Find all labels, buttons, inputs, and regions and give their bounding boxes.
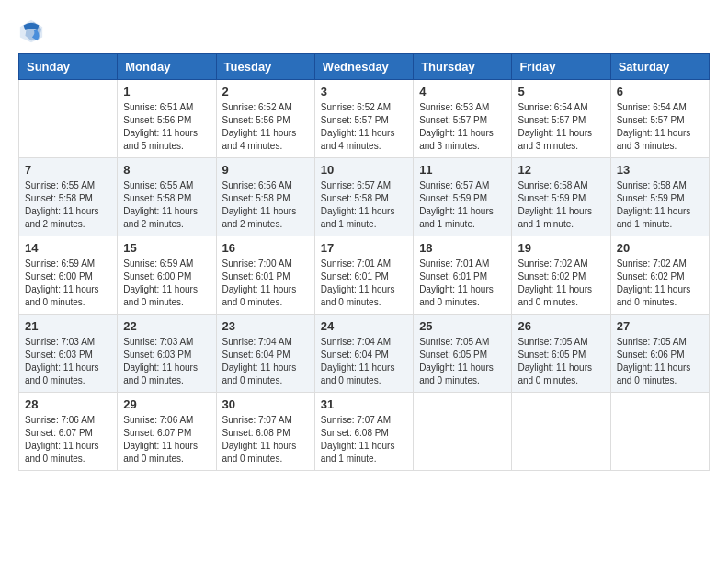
day-number: 5: [518, 85, 604, 98]
calendar-cell: 18Sunrise: 7:01 AMSunset: 6:01 PMDayligh…: [414, 236, 512, 315]
cell-content: Sunrise: 7:04 AMSunset: 6:04 PMDaylight:…: [321, 336, 407, 387]
calendar-cell: 17Sunrise: 7:01 AMSunset: 6:01 PMDayligh…: [314, 236, 413, 315]
calendar-cell: [19, 80, 118, 158]
cell-content: Sunrise: 7:01 AMSunset: 6:01 PMDaylight:…: [321, 258, 407, 309]
calendar-cell: 8Sunrise: 6:55 AMSunset: 5:58 PMDaylight…: [118, 158, 216, 236]
calendar-table: SundayMondayTuesdayWednesdayThursdayFrid…: [18, 53, 710, 471]
calendar-cell: 27Sunrise: 7:05 AMSunset: 6:06 PMDayligh…: [610, 315, 709, 393]
day-number: 4: [419, 85, 506, 98]
cell-content: Sunrise: 7:05 AMSunset: 6:05 PMDaylight:…: [419, 336, 506, 387]
cell-content: Sunrise: 7:03 AMSunset: 6:03 PMDaylight:…: [123, 336, 210, 387]
cell-content: Sunrise: 6:53 AMSunset: 5:57 PMDaylight:…: [419, 101, 506, 153]
col-header-saturday: Saturday: [610, 54, 709, 80]
calendar-cell: [610, 393, 709, 471]
calendar-cell: 20Sunrise: 7:02 AMSunset: 6:02 PMDayligh…: [610, 236, 709, 315]
day-number: 23: [222, 319, 309, 333]
col-header-tuesday: Tuesday: [216, 54, 314, 80]
day-number: 13: [617, 163, 703, 177]
day-number: 11: [419, 163, 506, 177]
cell-content: Sunrise: 7:06 AMSunset: 6:07 PMDaylight:…: [123, 414, 210, 465]
day-number: 3: [321, 85, 407, 98]
day-number: 21: [25, 319, 111, 333]
cell-content: Sunrise: 7:02 AMSunset: 6:02 PMDaylight:…: [518, 258, 604, 309]
day-number: 20: [617, 241, 703, 255]
cell-content: Sunrise: 6:54 AMSunset: 5:57 PMDaylight:…: [617, 101, 703, 153]
calendar-cell: 22Sunrise: 7:03 AMSunset: 6:03 PMDayligh…: [118, 315, 216, 393]
calendar-cell: 1Sunrise: 6:51 AMSunset: 5:56 PMDaylight…: [118, 80, 216, 158]
day-number: 12: [518, 163, 604, 177]
cell-content: Sunrise: 7:00 AMSunset: 6:01 PMDaylight:…: [222, 258, 309, 309]
calendar-cell: 4Sunrise: 6:53 AMSunset: 5:57 PMDaylight…: [414, 80, 512, 158]
calendar-cell: 23Sunrise: 7:04 AMSunset: 6:04 PMDayligh…: [216, 315, 314, 393]
calendar-cell: 25Sunrise: 7:05 AMSunset: 6:05 PMDayligh…: [414, 315, 512, 393]
calendar-cell: 10Sunrise: 6:57 AMSunset: 5:58 PMDayligh…: [314, 158, 413, 236]
day-number: 2: [222, 85, 309, 98]
calendar-cell: 26Sunrise: 7:05 AMSunset: 6:05 PMDayligh…: [512, 315, 610, 393]
day-number: 9: [222, 163, 309, 177]
calendar-cell: 31Sunrise: 7:07 AMSunset: 6:08 PMDayligh…: [314, 393, 413, 471]
cell-content: Sunrise: 6:58 AMSunset: 5:59 PMDaylight:…: [617, 179, 703, 231]
calendar-week-1: 1Sunrise: 6:51 AMSunset: 5:56 PMDaylight…: [19, 80, 710, 158]
cell-content: Sunrise: 6:57 AMSunset: 5:59 PMDaylight:…: [419, 179, 506, 231]
cell-content: Sunrise: 7:03 AMSunset: 6:03 PMDaylight:…: [25, 336, 111, 387]
day-number: 19: [518, 241, 604, 255]
calendar-week-3: 14Sunrise: 6:59 AMSunset: 6:00 PMDayligh…: [19, 236, 710, 315]
cell-content: Sunrise: 7:02 AMSunset: 6:02 PMDaylight:…: [617, 258, 703, 309]
day-number: 18: [419, 241, 506, 255]
calendar-header-row: SundayMondayTuesdayWednesdayThursdayFrid…: [19, 54, 710, 80]
day-number: 15: [123, 241, 210, 255]
cell-content: Sunrise: 6:59 AMSunset: 6:00 PMDaylight:…: [25, 258, 111, 309]
day-number: 26: [518, 319, 604, 333]
day-number: 8: [123, 163, 210, 177]
col-header-monday: Monday: [118, 54, 216, 80]
day-number: 29: [123, 397, 210, 411]
calendar-week-4: 21Sunrise: 7:03 AMSunset: 6:03 PMDayligh…: [19, 315, 710, 393]
day-number: 1: [123, 85, 210, 98]
calendar-cell: 5Sunrise: 6:54 AMSunset: 5:57 PMDaylight…: [512, 80, 610, 158]
calendar-cell: 9Sunrise: 6:56 AMSunset: 5:58 PMDaylight…: [216, 158, 314, 236]
cell-content: Sunrise: 6:56 AMSunset: 5:58 PMDaylight:…: [222, 179, 309, 231]
calendar-cell: 7Sunrise: 6:55 AMSunset: 5:58 PMDaylight…: [19, 158, 118, 236]
cell-content: Sunrise: 7:05 AMSunset: 6:06 PMDaylight:…: [617, 336, 703, 387]
cell-content: Sunrise: 7:05 AMSunset: 6:05 PMDaylight:…: [518, 336, 604, 387]
day-number: 10: [321, 163, 407, 177]
col-header-wednesday: Wednesday: [314, 54, 413, 80]
day-number: 16: [222, 241, 309, 255]
cell-content: Sunrise: 7:01 AMSunset: 6:01 PMDaylight:…: [419, 258, 506, 309]
calendar-cell: [414, 393, 512, 471]
col-header-thursday: Thursday: [414, 54, 512, 80]
cell-content: Sunrise: 7:04 AMSunset: 6:04 PMDaylight:…: [222, 336, 309, 387]
calendar-week-5: 28Sunrise: 7:06 AMSunset: 6:07 PMDayligh…: [19, 393, 710, 471]
cell-content: Sunrise: 6:55 AMSunset: 5:58 PMDaylight:…: [25, 179, 111, 231]
calendar-cell: 21Sunrise: 7:03 AMSunset: 6:03 PMDayligh…: [19, 315, 118, 393]
cell-content: Sunrise: 6:59 AMSunset: 6:00 PMDaylight:…: [123, 258, 210, 309]
calendar-cell: 19Sunrise: 7:02 AMSunset: 6:02 PMDayligh…: [512, 236, 610, 315]
cell-content: Sunrise: 6:54 AMSunset: 5:57 PMDaylight:…: [518, 101, 604, 153]
calendar-cell: 15Sunrise: 6:59 AMSunset: 6:00 PMDayligh…: [118, 236, 216, 315]
day-number: 31: [321, 397, 407, 411]
day-number: 30: [222, 397, 309, 411]
day-number: 14: [25, 241, 111, 255]
day-number: 6: [617, 85, 703, 98]
cell-content: Sunrise: 6:58 AMSunset: 5:59 PMDaylight:…: [518, 179, 604, 231]
col-header-sunday: Sunday: [19, 54, 118, 80]
col-header-friday: Friday: [512, 54, 610, 80]
calendar-cell: 28Sunrise: 7:06 AMSunset: 6:07 PMDayligh…: [19, 393, 118, 471]
day-number: 7: [25, 163, 111, 177]
cell-content: Sunrise: 6:57 AMSunset: 5:58 PMDaylight:…: [321, 179, 407, 231]
cell-content: Sunrise: 7:07 AMSunset: 6:08 PMDaylight:…: [222, 414, 309, 465]
cell-content: Sunrise: 7:07 AMSunset: 6:08 PMDaylight:…: [321, 414, 407, 465]
calendar-cell: 14Sunrise: 6:59 AMSunset: 6:00 PMDayligh…: [19, 236, 118, 315]
calendar-cell: 16Sunrise: 7:00 AMSunset: 6:01 PMDayligh…: [216, 236, 314, 315]
calendar-cell: 29Sunrise: 7:06 AMSunset: 6:07 PMDayligh…: [118, 393, 216, 471]
calendar-cell: 30Sunrise: 7:07 AMSunset: 6:08 PMDayligh…: [216, 393, 314, 471]
day-number: 28: [25, 397, 111, 411]
calendar-cell: 2Sunrise: 6:52 AMSunset: 5:56 PMDaylight…: [216, 80, 314, 158]
calendar-cell: 6Sunrise: 6:54 AMSunset: 5:57 PMDaylight…: [610, 80, 709, 158]
cell-content: Sunrise: 6:55 AMSunset: 5:58 PMDaylight:…: [123, 179, 210, 231]
cell-content: Sunrise: 6:51 AMSunset: 5:56 PMDaylight:…: [123, 101, 210, 153]
calendar-cell: [512, 393, 610, 471]
logo-icon: [18, 18, 44, 44]
day-number: 22: [123, 319, 210, 333]
header: [18, 18, 710, 44]
